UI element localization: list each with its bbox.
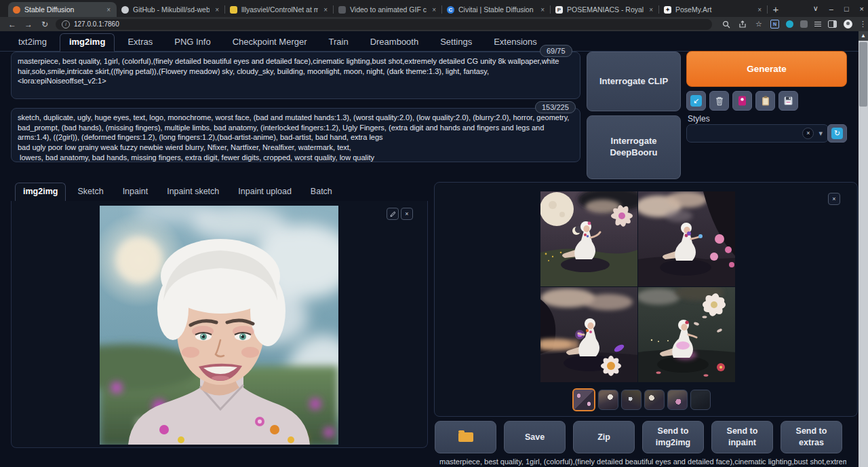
tab-title: GitHub - Mikubill/sd-webui-co	[133, 5, 210, 14]
send-to-img2img-button[interactable]: Send to img2img	[642, 421, 704, 453]
mode-tab-img2img[interactable]: img2img	[15, 183, 66, 202]
tab-png-info[interactable]: PNG Info	[165, 34, 219, 51]
tab-train[interactable]: Train	[320, 34, 357, 51]
tab-close-icon[interactable]: ×	[322, 6, 329, 14]
browser-tab-video-gif[interactable]: Video to animated GIF converter ×	[334, 2, 442, 17]
tab-img2img[interactable]: img2img	[60, 33, 115, 52]
trash-icon	[715, 96, 724, 106]
paste-params-button[interactable]: ↙	[686, 91, 706, 111]
bookmark-star-icon[interactable]: ☆	[754, 20, 764, 29]
mode-tab-inpaint-sketch[interactable]: Inpaint sketch	[159, 183, 226, 201]
prompt-textarea[interactable]: masterpiece, best quality, 1girl, (color…	[11, 52, 580, 99]
thumbnail-1[interactable]	[572, 388, 595, 411]
browser-menu-icon[interactable]: ⋮	[859, 20, 867, 29]
zoom-icon[interactable]	[722, 20, 731, 29]
browser-tab-stable-diffusion[interactable]: Stable Diffusion ×	[8, 2, 117, 17]
result-image-3[interactable]	[540, 287, 637, 382]
screen: Stable Diffusion × GitHub - Mikubill/sd-…	[0, 0, 868, 467]
reading-list-icon[interactable]	[814, 20, 821, 28]
scrollbar-up-arrow[interactable]: ▲	[859, 31, 868, 41]
window-close-icon[interactable]: ×	[860, 5, 864, 13]
browser-tab-controlnet[interactable]: lllyasviel/ControlNet at main ×	[225, 2, 334, 17]
send-to-inpaint-button[interactable]: Send to inpaint	[711, 421, 773, 453]
extension-teal-icon[interactable]	[786, 20, 793, 28]
clear-prompt-button[interactable]	[709, 91, 729, 111]
browser-tab-posemaniacs[interactable]: P POSEMANIACS - Royalty free 3 ×	[551, 2, 659, 17]
tab-close-icon[interactable]: ×	[105, 6, 112, 14]
window-maximize-icon[interactable]: □	[844, 5, 849, 13]
tab-close-icon[interactable]: ×	[539, 6, 546, 14]
prompt-token-counter: 69/75	[540, 45, 572, 57]
profile-avatar[interactable]	[844, 20, 852, 29]
thumbnail-3[interactable]	[621, 390, 642, 410]
tab-extensions[interactable]: Extensions	[485, 34, 546, 51]
thumbnail-2[interactable]	[598, 390, 618, 410]
share-icon[interactable]	[738, 20, 747, 29]
tab-close-icon[interactable]: ×	[648, 6, 654, 14]
result-image-1[interactable]	[540, 191, 637, 286]
extra-networks-button[interactable]	[732, 91, 752, 111]
window-minimize-icon[interactable]: –	[829, 5, 833, 13]
site-info-icon[interactable]: i	[62, 20, 70, 29]
tab-close-icon[interactable]: ×	[431, 6, 437, 14]
extension-n-icon[interactable]: N	[770, 20, 779, 29]
interrogate-clip-button[interactable]: Interrogate CLIP	[587, 52, 681, 111]
window-controls: ∨ – □ ×	[813, 0, 864, 17]
apply-styles-button[interactable]	[755, 91, 775, 111]
zip-button[interactable]: Zip	[573, 421, 635, 453]
mode-tab-batch[interactable]: Batch	[303, 183, 340, 201]
browser-tab-github[interactable]: GitHub - Mikubill/sd-webui-co ×	[117, 2, 225, 17]
styles-dropdown[interactable]: × ▾	[686, 124, 829, 143]
dropdown-caret-icon[interactable]: ▾	[818, 129, 823, 138]
thumbnail-6[interactable]	[690, 390, 711, 410]
result-image-2[interactable]	[638, 191, 735, 286]
mode-tab-sketch[interactable]: Sketch	[70, 183, 111, 201]
negative-prompt-textarea[interactable]: sketch, duplicate, ugly, huge eyes, text…	[11, 108, 580, 162]
source-image[interactable]	[100, 206, 338, 445]
back-icon[interactable]: ←	[4, 20, 20, 29]
tab-search-chevron-icon[interactable]: ∨	[813, 4, 818, 13]
gallery-thumbnails	[572, 388, 711, 411]
page-scrollbar[interactable]: ▲	[859, 31, 868, 467]
tab-settings[interactable]: Settings	[431, 34, 481, 51]
new-tab-button[interactable]: +	[768, 2, 784, 17]
image-toolbar: ×	[387, 208, 413, 220]
extension-pin-icon[interactable]	[800, 20, 808, 28]
browser-tab-posemyart[interactable]: ✦ PoseMy.Art ×	[659, 2, 768, 17]
refresh-styles-button[interactable]: ↻	[827, 124, 847, 143]
address-bar[interactable]: i 127.0.0.1:7860	[56, 19, 712, 30]
mode-tab-inpaint-upload[interactable]: Inpaint upload	[231, 183, 299, 201]
open-folder-button[interactable]	[435, 421, 496, 453]
tab-dreambooth[interactable]: Dreambooth	[361, 34, 428, 51]
remove-image-button[interactable]: ×	[401, 208, 413, 220]
stable-diffusion-webui: txt2img img2img Extras PNG Info Checkpoi…	[0, 31, 859, 467]
source-image-container[interactable]: ×	[11, 201, 428, 448]
prompt-tool-row: ↙	[686, 91, 798, 111]
save-button[interactable]: Save	[504, 421, 566, 453]
thumbnail-4[interactable]	[644, 390, 665, 410]
tab-txt2img[interactable]: txt2img	[9, 34, 56, 51]
save-style-button[interactable]	[778, 91, 798, 111]
tab-close-icon[interactable]: ×	[214, 6, 220, 14]
scrollbar-thumb[interactable]	[859, 42, 867, 107]
interrogate-deepbooru-button[interactable]: Interrogate DeepBooru	[587, 115, 681, 179]
side-panel-icon[interactable]	[828, 20, 837, 28]
tab-extras[interactable]: Extras	[119, 34, 161, 51]
tab-checkpoint-merger[interactable]: Checkpoint Merger	[224, 34, 316, 51]
browser-tab-civitai[interactable]: C Civitai | Stable Diffusion model ×	[442, 2, 551, 17]
generate-button[interactable]: Generate	[686, 51, 847, 87]
clear-styles-icon[interactable]: ×	[802, 128, 814, 139]
send-to-extras-button[interactable]: Send to extras	[781, 421, 842, 453]
result-image-4[interactable]	[638, 287, 735, 382]
close-gallery-button[interactable]: ×	[828, 193, 840, 205]
results-gallery-panel: ×	[434, 182, 858, 417]
forward-icon[interactable]: →	[20, 20, 37, 29]
folder-icon	[458, 432, 473, 442]
mode-tab-inpaint[interactable]: Inpaint	[115, 183, 156, 201]
tab-title: Civitai | Stable Diffusion model	[458, 5, 535, 14]
img2img-mode-tabs: img2img Sketch Inpaint Inpaint sketch In…	[11, 182, 428, 202]
edit-image-button[interactable]	[387, 208, 399, 220]
thumbnail-5[interactable]	[667, 390, 688, 410]
reload-icon[interactable]: ↻	[37, 20, 53, 29]
tab-close-icon[interactable]: ×	[756, 6, 763, 14]
